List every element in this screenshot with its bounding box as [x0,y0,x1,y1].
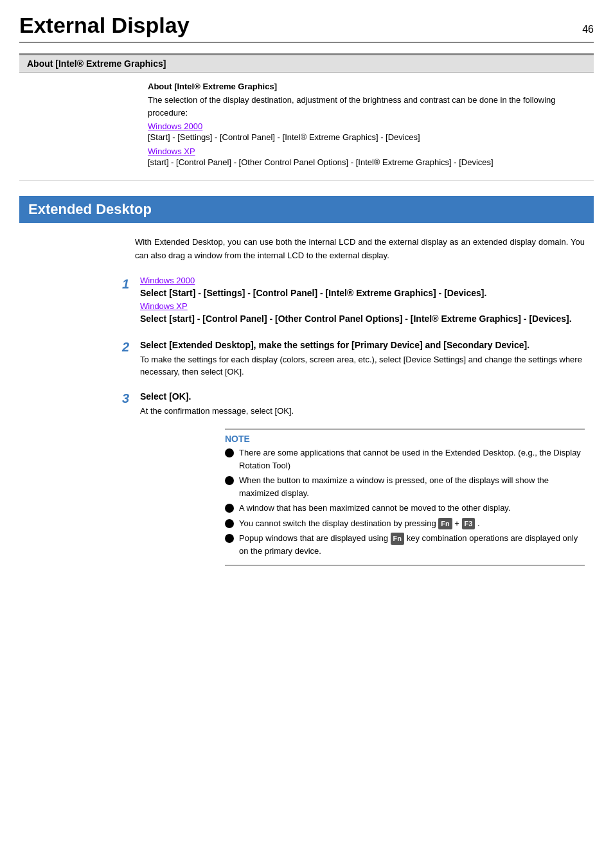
step1-winxp-link[interactable]: Windows XP [140,301,585,311]
about-intel-content: About [Intel® Extreme Graphics] The sele… [148,82,594,171]
note-text-4: You cannot switch the display destinatio… [239,517,585,530]
note-bullet-1 [225,448,234,457]
note-item-2: When the button to maximize a window is … [225,474,585,499]
about-intel-body: About [Intel® Extreme Graphics] The sele… [19,73,594,180]
note-item-4: You cannot switch the display destinatio… [225,517,585,530]
note-bullet-3 [225,504,234,513]
about-win2000-instruction: [Start] - [Settings] - [Control Panel] -… [148,131,594,144]
f3-key: F3 [462,518,475,530]
step-3-desc: At the confirmation message, select [OK]… [140,405,585,418]
note-text-3: A window that has been maximized cannot … [239,502,585,515]
page-header: External Display 46 [19,13,594,43]
fn-key: Fn [438,518,452,530]
note-section: NOTE There are some applications that ca… [225,429,585,566]
step-1-title1: Select [Start] - [Settings] - [Control P… [140,287,585,300]
note-item-5: Popup windows that are displayed using F… [225,532,585,557]
step-3-number: 3 [122,390,140,407]
step-1-content: Windows 2000 Select [Start] - [Settings]… [140,276,585,327]
page-title: External Display [19,13,190,38]
extended-desktop-header: Extended Desktop [19,196,594,223]
step-3-content: Select [OK]. At the confirmation message… [140,390,585,418]
about-intel-sub-title: About [Intel® Extreme Graphics] [148,82,594,91]
about-winxp-link[interactable]: Windows XP [148,146,195,156]
step-2: 2 Select [Extended Desktop], make the se… [122,339,585,378]
step-2-content: Select [Extended Desktop], make the sett… [140,339,585,378]
note-text-1: There are some applications that cannot … [239,447,585,472]
step-1-number: 1 [122,276,140,292]
step-3-title: Select [OK]. [140,390,585,403]
step-1-title2: Select [start] - [Control Panel] - [Othe… [140,312,585,326]
about-win2000-link[interactable]: Windows 2000 [148,121,202,131]
about-left-spacer [19,82,148,171]
about-intel-header: About [Intel® Extreme Graphics] [19,55,594,73]
about-intel-intro: The selection of the display destination… [148,94,594,119]
note-bullet-5 [225,534,234,543]
note-bullet-2 [225,476,234,485]
note-text-5: Popup windows that are displayed using F… [239,532,585,557]
extended-desktop-intro: With Extended Desktop, you can use both … [135,236,585,263]
note-bullet-4 [225,519,234,528]
step-1: 1 Windows 2000 Select [Start] - [Setting… [122,276,585,327]
note-item-1: There are some applications that cannot … [225,447,585,472]
page-number: 46 [582,24,594,35]
step-2-number: 2 [122,339,140,355]
about-winxp-instruction: [start] - [Control Panel] - [Other Contr… [148,156,594,169]
note-list: There are some applications that cannot … [225,447,585,565]
note-item-3: A window that has been maximized cannot … [225,502,585,515]
steps-container: 1 Windows 2000 Select [Start] - [Setting… [122,276,585,567]
step1-win2000-link[interactable]: Windows 2000 [140,276,585,285]
step-2-title: Select [Extended Desktop], make the sett… [140,339,585,352]
step-2-desc: To make the settings for each display (c… [140,353,585,378]
step-3: 3 Select [OK]. At the confirmation messa… [122,390,585,418]
note-text-2: When the button to maximize a window is … [239,474,585,499]
about-intel-section: About [Intel® Extreme Graphics] About [I… [19,53,594,181]
note-header: NOTE [225,430,585,447]
extended-desktop-title: Extended Desktop [28,201,152,217]
fn-key-2: Fn [391,533,404,545]
